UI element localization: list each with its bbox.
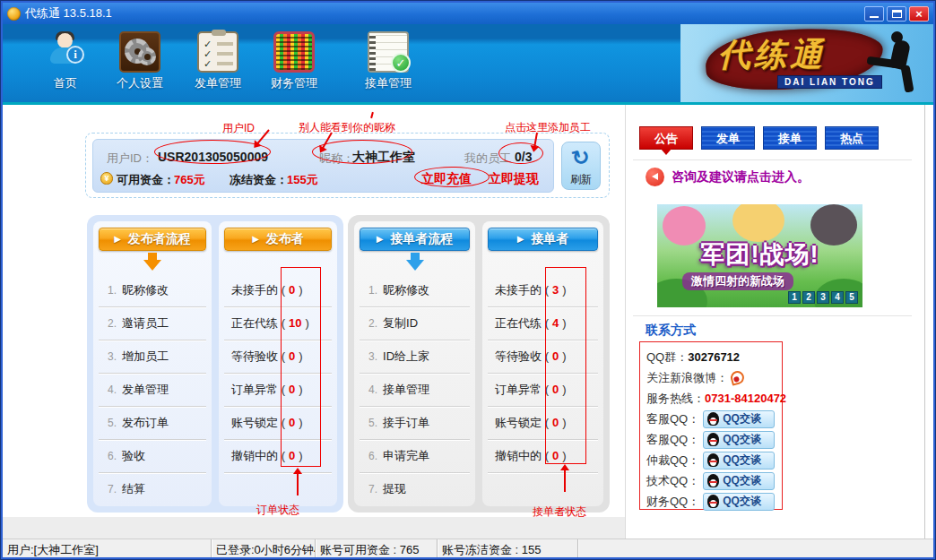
notebook-check-icon: ✓ [368,31,409,73]
annotation-ellipse-nickname [312,140,412,164]
flow-step: 1.昵称修改 [360,274,470,307]
flow-step: 5.接手订单 [360,407,470,440]
tab-publish[interactable]: 发单 [701,126,755,150]
app-icon [7,7,21,21]
toolbar: i 首页 个人设置 ✓ ✓ ✓ 发单管理 财务管理 ✓ [3,24,933,105]
user-id-label: 用户ID： [107,151,153,167]
close-icon: × [915,7,923,21]
withdraw-link[interactable]: 立即提现 [489,171,539,187]
tab-announcements[interactable]: 公告 [639,126,693,150]
nav-home[interactable]: i 首页 [32,31,99,99]
banner-pager: 1 2 3 4 5 [788,291,858,304]
right-sidebar: 公告 发单 接单 热点 咨询及建议请点击进入。 军团!战场! 激情四射的新战场 … [625,105,924,538]
flow-step: 5.发布订单 [99,407,206,440]
pager-item[interactable]: 3 [817,291,829,304]
title-bar: 代练通 13.5.18.1 × [3,3,933,24]
nav-finance[interactable]: 财务管理 [261,31,327,99]
notice-link[interactable]: 咨询及建议请点击进入。 [646,168,810,186]
annotation-nickname: 别人能看到你的昵称 [299,120,395,135]
nav-order-taking[interactable]: ✓ 接单管理 [355,31,421,99]
ad-banner[interactable]: 军团!战场! 激情四射的新战场 1 2 3 4 5 [657,204,862,307]
flow-step: 3.增加员工 [99,340,206,374]
pager-item[interactable]: 5 [845,291,858,304]
qq-penguin-icon [707,433,719,446]
qq-contact-row: 仲裁QQ： QQ交谈 [646,450,782,470]
nav-personal-settings[interactable]: 个人设置 [107,31,173,99]
qq-chat-button[interactable]: QQ交谈 [703,410,775,428]
scrollbar-track[interactable] [924,105,933,538]
home-icon: i [45,31,86,73]
taker-status-header[interactable]: ▶ 接单者 [488,228,598,251]
publisher-status-header[interactable]: ▶ 发布者 [224,228,332,251]
divider [633,159,912,160]
annotation-arrow-order-status [297,473,299,495]
hotline-number: 0731-84120472 [705,392,786,405]
qq-contact-row: 财务QQ： QQ交谈 [646,491,782,512]
down-arrow-icon [143,253,161,271]
nav-order-publish-label: 发单管理 [185,75,251,91]
nav-order-taking-label: 接单管理 [355,75,421,91]
play-icon: ▶ [114,235,121,244]
app-window: 代练通 13.5.18.1 × i 首页 个人设置 ✓ ✓ [0,0,936,560]
main-area: 用户ID： USR201305050009 昵称： 大神工作室 我的员工 0/3… [3,105,933,538]
gear-icon [119,31,160,73]
refresh-icon: ↻ [559,141,602,175]
checklist-icon: ✓ ✓ ✓ [197,31,238,73]
qq-chat-button[interactable]: QQ交谈 [703,472,775,490]
qq-group-number: 30276712 [688,350,740,364]
taker-flow-column: ▶ 接单者流程 1.昵称修改 2.复制ID 3.ID给上家 4.接单管理 5.接… [354,221,475,506]
annotation-order-status: 订单状态 [256,503,299,518]
play-icon: ▶ [377,235,384,244]
maximize-icon [892,10,902,18]
qq-penguin-icon [707,453,719,467]
qq-contact-row: 客服QQ： QQ交谈 [646,429,782,450]
annotation-ellipse-recharge [414,167,490,187]
refresh-label: 刷新 [570,173,592,185]
publisher-flow-header[interactable]: ▶ 发布者流程 [99,228,206,251]
play-icon: ▶ [517,235,524,244]
weibo-row: 关注新浪微博： [646,367,782,388]
flow-step: 6.验收 [99,440,206,473]
frozen-funds-value: 155元 [287,172,318,188]
contact-heading: 联系方式 [646,323,696,339]
sidebar-tabs: 公告 发单 接单 热点 [639,126,879,150]
flow-step: 4.接单管理 [360,374,470,407]
pager-item[interactable]: 1 [788,291,801,304]
annotation-rect-taker-status [545,267,586,464]
window-title: 代练通 13.5.18.1 [25,5,112,22]
tab-take[interactable]: 接单 [763,126,817,150]
nav-order-publish[interactable]: ✓ ✓ ✓ 发单管理 [185,31,251,99]
hotline-row: 服务热线： 0731-84120472 [646,388,782,409]
equalizer-icon [273,31,315,73]
tab-hot[interactable]: 热点 [825,126,879,150]
maximize-button[interactable] [887,6,906,22]
flow-step: 4.发单管理 [99,374,206,407]
taker-flow-steps: 1.昵称修改 2.复制ID 3.ID给上家 4.接单管理 5.接手订单 6.申请… [360,274,470,506]
flow-step: 2.复制ID [360,307,470,340]
taker-flow-header[interactable]: ▶ 接单者流程 [360,228,470,251]
minimize-button[interactable] [864,6,884,22]
annotation-user-id: 用户ID [222,121,255,136]
pager-item[interactable]: 2 [802,291,815,304]
qq-chat-button[interactable]: QQ交谈 [703,493,775,511]
annotation-tick [370,112,374,118]
pager-item[interactable]: 4 [831,291,844,304]
refresh-button[interactable]: ↻ 刷新 [561,142,601,190]
qq-penguin-icon [707,495,719,508]
qq-group-row: QQ群： 30276712 [646,347,782,367]
speaker-icon [646,168,664,186]
weibo-icon[interactable] [729,369,745,385]
annotation-staff: 点击这里添加员工 [505,120,591,135]
flow-step: 7.结算 [99,473,206,506]
close-button[interactable]: × [909,6,929,22]
nav-finance-label: 财务管理 [261,75,327,91]
flow-step: 2.邀请员工 [99,307,206,340]
status-login-time: 已登录:0小时6分钟49秒 [212,539,316,557]
down-arrow-icon [406,253,424,271]
flow-step: 3.ID给上家 [360,340,470,374]
status-filler [578,539,933,557]
qq-chat-button[interactable]: QQ交谈 [703,431,775,449]
qq-contact-row: 技术QQ： QQ交谈 [646,470,782,491]
qq-chat-button[interactable]: QQ交谈 [703,452,775,470]
qq-penguin-icon [707,412,719,426]
